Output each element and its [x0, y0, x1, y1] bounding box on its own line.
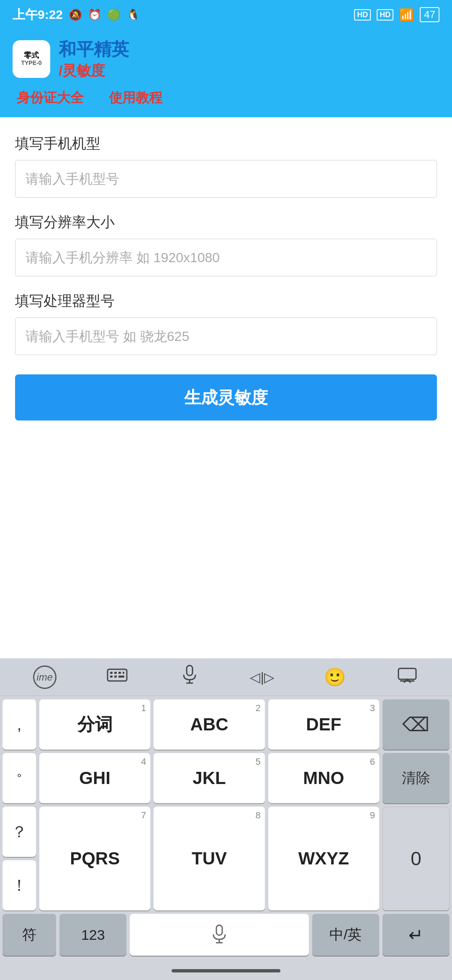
emoji-button[interactable]: 🙂 [320, 665, 349, 690]
key-1-fenci[interactable]: 1 分词 [39, 699, 150, 750]
kb-bottom-row: 符 123 中/英 ↵ [3, 914, 449, 956]
battery-indicator: 47 [420, 7, 439, 22]
empty-space [0, 429, 452, 538]
phone-model-input[interactable] [15, 160, 437, 198]
status-left: 上午9:22 🔕 ⏰ 🟢 🐧 [13, 6, 140, 23]
key-5-jkl[interactable]: 5 JKL [154, 753, 265, 803]
key-6-label: MNO [303, 768, 344, 788]
key-4-number: 4 [141, 756, 146, 767]
status-time: 上午9:22 [13, 6, 63, 23]
sym-key[interactable]: 符 [3, 914, 56, 956]
keyboard-toolbar: ime [0, 658, 452, 696]
key-3-number: 3 [370, 703, 375, 714]
key-question[interactable]: ？ [3, 807, 36, 857]
key-period[interactable]: ° [3, 753, 36, 803]
key-9-label: WXYZ [298, 848, 349, 869]
app-icon-2: 🐧 [126, 8, 140, 21]
key-1-label: 分词 [77, 713, 113, 736]
key-2-abc[interactable]: 2 ABC [154, 699, 265, 750]
hide-keyboard-icon [398, 667, 417, 687]
key-4-label: GHI [79, 768, 110, 788]
ime-switch-button[interactable]: ime [30, 665, 59, 690]
key-3-def[interactable]: 3 DEF [268, 699, 379, 750]
key-3-label: DEF [306, 714, 341, 735]
kb-row-3: ？ ！ 7 PQRS 8 TUV 9 WXYZ [3, 807, 449, 910]
keyboard: ime [0, 658, 452, 980]
backspace-key[interactable]: ⌫ [383, 699, 449, 750]
processor-input[interactable] [15, 317, 437, 355]
key-2-label: ABC [190, 714, 228, 735]
logo-sub: TYPE-0 [21, 60, 41, 66]
key-8-label: TUV [192, 848, 227, 869]
key-comma[interactable]: , [3, 699, 36, 750]
svg-rect-5 [110, 676, 113, 678]
key-9-number: 9 [370, 810, 375, 821]
logo-text: 零式 [24, 52, 39, 60]
svg-rect-8 [187, 665, 193, 676]
enter-key[interactable]: ↵ [383, 914, 449, 956]
kb-row-2: ° 4 GHI 5 JKL 6 MNO 清除 [3, 753, 449, 803]
app-header: 零式 TYPE-0 和平精英 /灵敏度 身份证大全 使用教程 [0, 29, 452, 117]
key-5-label: JKL [193, 768, 226, 788]
header-nav: 身份证大全 使用教程 [17, 89, 439, 117]
mute-icon: 🔕 [69, 8, 82, 21]
app-icon-1: 🟢 [107, 8, 121, 21]
key-5-number: 5 [255, 756, 260, 767]
key-8-number: 8 [255, 810, 260, 821]
svg-rect-1 [110, 672, 113, 674]
field2-label: 填写分辨率大小 [15, 213, 437, 232]
nav-item-id[interactable]: 身份证大全 [17, 89, 84, 111]
keyboard-main: , 1 分词 2 ABC 3 DEF ⌫ ° 4 GHI [0, 696, 452, 962]
cursor-move-button[interactable]: ◁|▷ [248, 665, 277, 690]
svg-rect-0 [108, 669, 127, 681]
resolution-input[interactable] [15, 239, 437, 276]
num123-key[interactable]: 123 [59, 914, 126, 956]
nav-item-tutorial[interactable]: 使用教程 [109, 89, 162, 111]
header-title-block: 和平精英 /灵敏度 [59, 38, 129, 80]
clear-key[interactable]: 清除 [383, 753, 449, 803]
hd-badge-2: HD [377, 9, 393, 21]
svg-rect-3 [118, 672, 121, 674]
home-bar [0, 962, 452, 980]
svg-rect-13 [216, 925, 222, 935]
wifi-icon: 📶 [399, 8, 414, 22]
field1-label: 填写手机机型 [15, 134, 437, 153]
keyboard-layout-button[interactable] [103, 665, 132, 690]
field3-label: 填写处理器型号 [15, 291, 437, 311]
key-8-tuv[interactable]: 8 TUV [154, 807, 265, 910]
key-0[interactable]: 0 [383, 807, 449, 910]
alarm-icon: ⏰ [88, 8, 101, 21]
lang-switch-key[interactable]: 中/英 [312, 914, 379, 956]
ime-icon: ime [33, 665, 56, 689]
space-key[interactable] [130, 914, 308, 956]
key-7-number: 7 [141, 810, 146, 821]
app-logo: 零式 TYPE-0 [13, 40, 50, 78]
key-4-ghi[interactable]: 4 GHI [39, 753, 150, 803]
key-6-mno[interactable]: 6 MNO [268, 753, 379, 803]
app-title-main: 和平精英 [59, 38, 129, 61]
svg-rect-6 [114, 676, 117, 678]
app-title-sub: /灵敏度 [59, 61, 129, 80]
key-1-number: 1 [141, 703, 146, 714]
key-2-number: 2 [255, 703, 260, 714]
home-indicator [172, 969, 280, 972]
key-7-pqrs[interactable]: 7 PQRS [39, 807, 150, 910]
kb-row-1: , 1 分词 2 ABC 3 DEF ⌫ [3, 699, 449, 750]
status-bar: 上午9:22 🔕 ⏰ 🟢 🐧 HD HD 📶 47 [0, 0, 452, 29]
key-6-number: 6 [370, 756, 375, 767]
hd-badge-1: HD [354, 9, 371, 21]
hide-keyboard-button[interactable] [393, 665, 422, 690]
keyboard-icon [107, 667, 128, 687]
emoji-icon: 🙂 [324, 667, 346, 687]
status-right: HD HD 📶 47 [354, 7, 439, 22]
header-top: 零式 TYPE-0 和平精英 /灵敏度 [13, 38, 439, 80]
mic-space-icon [211, 924, 228, 945]
generate-button[interactable]: 生成灵敏度 [15, 374, 437, 420]
svg-rect-2 [114, 672, 117, 674]
svg-rect-11 [398, 668, 416, 679]
svg-rect-4 [123, 672, 124, 674]
key-9-wxyz[interactable]: 9 WXYZ [268, 807, 379, 910]
voice-input-button[interactable] [175, 665, 204, 690]
cursor-icon: ◁|▷ [250, 669, 274, 685]
key-exclaim[interactable]: ！ [3, 860, 36, 910]
